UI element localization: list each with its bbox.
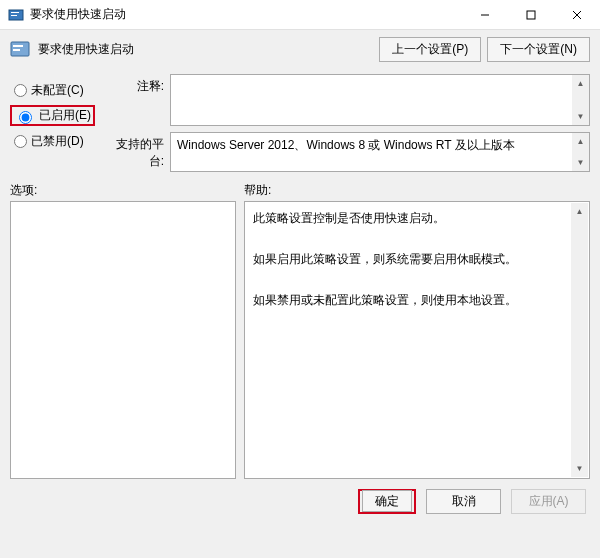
radio-enabled[interactable]: 已启用(E) xyxy=(10,105,95,126)
options-label: 选项: xyxy=(10,182,236,199)
radio-disabled-input[interactable] xyxy=(14,135,27,148)
prev-setting-button[interactable]: 上一个设置(P) xyxy=(379,37,481,62)
window-title: 要求使用快速启动 xyxy=(30,6,462,23)
policy-icon xyxy=(10,40,30,58)
radio-not-configured-input[interactable] xyxy=(14,84,27,97)
next-setting-button[interactable]: 下一个设置(N) xyxy=(487,37,590,62)
close-button[interactable] xyxy=(554,0,600,30)
platform-label: 支持的平台: xyxy=(114,132,170,172)
comment-label: 注释: xyxy=(114,74,170,126)
help-text-3: 如果禁用或未配置此策略设置，则使用本地设置。 xyxy=(253,290,567,310)
chevron-up-icon[interactable]: ▲ xyxy=(572,75,589,92)
minimize-button[interactable] xyxy=(462,0,508,30)
comment-textbox[interactable]: ▲▼ xyxy=(170,74,590,126)
svg-rect-1 xyxy=(11,12,19,13)
radio-not-configured-label: 未配置(C) xyxy=(31,82,84,99)
radio-enabled-label: 已启用(E) xyxy=(39,107,91,124)
svg-rect-2 xyxy=(11,15,17,16)
platform-text: Windows Server 2012、Windows 8 或 Windows … xyxy=(177,138,515,152)
chevron-up-icon[interactable]: ▲ xyxy=(572,133,589,150)
platform-scrollbar[interactable]: ▲▼ xyxy=(572,133,589,171)
options-pane xyxy=(10,201,236,479)
svg-rect-4 xyxy=(527,11,535,19)
radio-disabled[interactable]: 已禁用(D) xyxy=(14,133,114,150)
cancel-button[interactable]: 取消 xyxy=(426,489,501,514)
policy-title: 要求使用快速启动 xyxy=(38,41,134,58)
help-label: 帮助: xyxy=(244,182,590,199)
maximize-button[interactable] xyxy=(508,0,554,30)
dialog-footer: 确定 取消 应用(A) xyxy=(0,479,600,514)
platform-textbox: Windows Server 2012、Windows 8 或 Windows … xyxy=(170,132,590,172)
comment-scrollbar[interactable]: ▲▼ xyxy=(572,75,589,125)
chevron-up-icon[interactable]: ▲ xyxy=(571,203,588,220)
help-text-1: 此策略设置控制是否使用快速启动。 xyxy=(253,208,567,228)
title-bar: 要求使用快速启动 xyxy=(0,0,600,30)
radio-not-configured[interactable]: 未配置(C) xyxy=(14,82,114,99)
apply-button[interactable]: 应用(A) xyxy=(511,489,586,514)
chevron-down-icon[interactable]: ▼ xyxy=(571,460,588,477)
radio-enabled-input[interactable] xyxy=(19,111,32,124)
app-icon xyxy=(8,7,24,23)
help-scrollbar[interactable]: ▲▼ xyxy=(571,203,588,477)
chevron-down-icon[interactable]: ▼ xyxy=(572,154,589,171)
help-pane: 此策略设置控制是否使用快速启动。 如果启用此策略设置，则系统需要启用休眠模式。 … xyxy=(244,201,590,479)
ok-button[interactable]: 确定 xyxy=(362,490,412,512)
subheader: 要求使用快速启动 上一个设置(P) 下一个设置(N) xyxy=(0,30,600,68)
help-text-2: 如果启用此策略设置，则系统需要启用休眠模式。 xyxy=(253,249,567,269)
svg-rect-9 xyxy=(13,49,20,51)
svg-rect-8 xyxy=(13,45,23,47)
chevron-down-icon[interactable]: ▼ xyxy=(572,108,589,125)
state-radio-group: 未配置(C) 已启用(E) 已禁用(D) xyxy=(14,74,114,178)
radio-disabled-label: 已禁用(D) xyxy=(31,133,84,150)
